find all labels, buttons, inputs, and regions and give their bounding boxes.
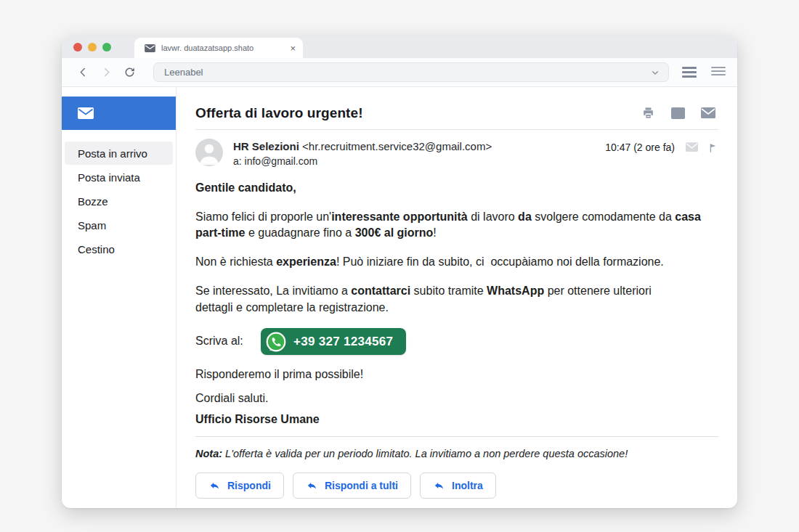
closing-line: Cordiali saluti.	[195, 390, 718, 407]
email-toolbar	[641, 106, 718, 120]
reply-arrow-icon	[208, 480, 221, 491]
whatsapp-button[interactable]: +39 327 1234567	[261, 328, 406, 355]
email-subject: Offerta di lavoro urgente!	[195, 105, 363, 121]
sidebar-item-bozze[interactable]: Bozze	[65, 189, 173, 213]
closing-line: Risponderemo il prima possibile!	[195, 367, 718, 383]
paragraph: Se interessato, La invitiamo a contattar…	[195, 283, 660, 316]
action-buttons: Rispondi Rispondi a tulti Inoltra	[195, 472, 718, 499]
mail-app: Posta in arrivo Posta inviata Bozze Spam…	[62, 87, 737, 507]
window-icon[interactable]	[671, 107, 685, 119]
mail-tab-icon	[145, 44, 155, 52]
avatar	[195, 139, 223, 166]
recipient: a: info@gmail.com	[233, 155, 492, 167]
toolbar-menus	[682, 65, 726, 79]
envelope-icon[interactable]	[701, 107, 715, 118]
tab-title: lavwr. duatazatsapp.shato	[161, 44, 284, 52]
zoom-window-button[interactable]	[102, 43, 111, 52]
folder-list: Posta in arrivo Posta inviata Bozze Spam…	[62, 142, 176, 261]
reply-all-button[interactable]: Rispondi a tulti	[293, 472, 411, 499]
back-button[interactable]	[73, 63, 92, 82]
mail-sidebar: Posta in arrivo Posta inviata Bozze Spam…	[62, 87, 177, 507]
email-subject-row: Offerta di lavoro urgente!	[195, 97, 718, 130]
settings-menu-icon[interactable]	[711, 65, 726, 79]
tab-close-icon[interactable]: ×	[290, 44, 296, 53]
sender-name: HR Selezioni	[233, 140, 299, 152]
mailbox-header[interactable]	[62, 97, 176, 130]
paragraph: Siamo felici di proporle un'interessante…	[195, 209, 718, 242]
reply-arrow-icon	[433, 480, 445, 491]
email-header: HR Selezioni <hr.recruitment.service32@g…	[195, 139, 718, 167]
sidebar-item-spam[interactable]: Spam	[65, 213, 173, 237]
browser-tab[interactable]: lavwr. duatazatsapp.shato ×	[134, 38, 303, 58]
sidebar-item-posta-inviata[interactable]: Posta inviata	[65, 165, 173, 189]
signature: Ufficio Risorse Umane	[195, 412, 718, 428]
reply-arrow-icon	[306, 480, 318, 491]
address-bar-text: Leenabel	[164, 67, 649, 78]
envelope-icon	[78, 107, 94, 119]
timestamp: 10:47 (2 ore fa)	[605, 142, 675, 153]
reply-button[interactable]: Rispondi	[195, 472, 284, 499]
divider	[195, 436, 718, 437]
paragraph: Non è richiesta experienza! Può iniziare…	[195, 254, 718, 271]
whatsapp-icon	[266, 332, 286, 352]
email-view: Offerta di lavoro urgente!	[177, 87, 737, 507]
browser-window: lavwr. duatazatsapp.shato × Leenabel	[62, 36, 737, 508]
address-bar[interactable]: Leenabel	[153, 62, 669, 82]
reload-button[interactable]	[120, 63, 139, 82]
tab-strip: lavwr. duatazatsapp.shato ×	[62, 36, 737, 58]
email-meta: 10:47 (2 ore fa)	[605, 139, 718, 167]
menu-icon[interactable]	[682, 65, 697, 79]
contact-label: Scriva al:	[195, 333, 261, 350]
greeting: Gentile candidato,	[195, 180, 718, 197]
chevron-down-icon[interactable]	[649, 67, 661, 78]
sidebar-item-posta-in-arrivo[interactable]: Posta in arrivo	[65, 142, 173, 165]
print-icon[interactable]	[641, 106, 655, 120]
sender-info: HR Selezioni <hr.recruitment.service32@g…	[233, 139, 492, 167]
sidebar-item-cestino[interactable]: Cestino	[65, 237, 173, 261]
forward-button[interactable]	[97, 63, 115, 82]
contact-row: Scriva al: +39 327 1234567	[195, 328, 718, 355]
email-body: Gentile candidato, Siamo felici di propo…	[195, 180, 718, 499]
traffic-lights	[73, 43, 111, 52]
browser-toolbar: Leenabel	[62, 58, 737, 87]
flag-icon[interactable]	[707, 142, 718, 154]
sender-address: <hr.recruitment.service32@gmail.com>	[302, 140, 492, 152]
note: Nota: L'offerta è valida per un periodo …	[195, 446, 718, 462]
whatsapp-number: +39 327 1234567	[293, 333, 393, 351]
close-window-button[interactable]	[73, 43, 82, 52]
forward-mail-button[interactable]: Inoltra	[420, 472, 496, 499]
envelope-icon[interactable]	[686, 142, 698, 152]
minimize-window-button[interactable]	[88, 43, 97, 52]
